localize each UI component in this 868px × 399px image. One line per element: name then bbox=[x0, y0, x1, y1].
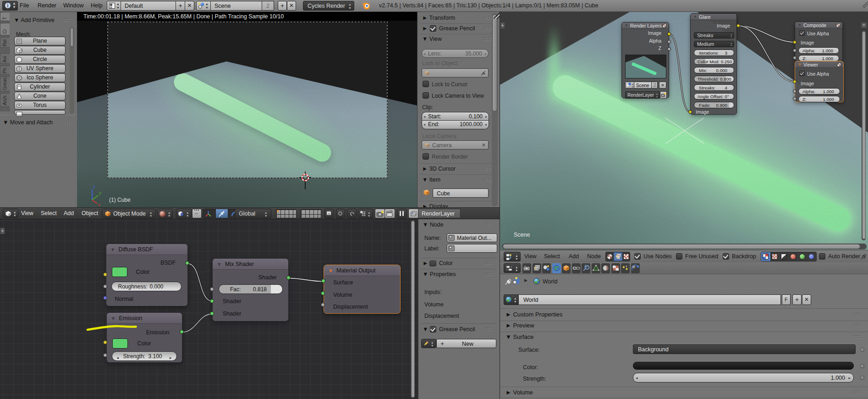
svg-text:x: x bbox=[98, 202, 100, 207]
svg-text:y: y bbox=[99, 190, 101, 195]
svg-text:z: z bbox=[93, 184, 95, 189]
svg-text:(1) Cube: (1) Cube bbox=[109, 197, 131, 203]
svg-text:Scene: Scene bbox=[514, 232, 530, 238]
svg-text:Time:00:01.18 | Mem:8.66M, Pea: Time:00:01.18 | Mem:8.66M, Peak:15.65M |… bbox=[83, 13, 284, 20]
